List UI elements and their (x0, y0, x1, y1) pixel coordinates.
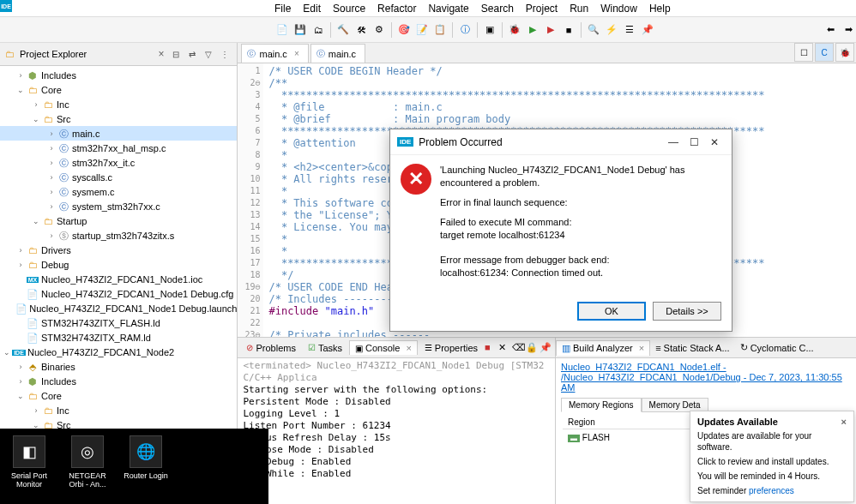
menu-edit[interactable]: Edit (303, 3, 321, 15)
editor-tab-main2[interactable]: ⓒmain.c (310, 44, 365, 63)
close-icon[interactable]: × (158, 48, 164, 60)
search-icon[interactable]: 🔍 (586, 22, 601, 38)
run-icon[interactable]: ▶ (525, 22, 540, 38)
debug-path-link[interactable]: /Nucleo_H743ZI2_FDCAN1_Node1/Debug - Dec… (561, 372, 851, 393)
menu-file[interactable]: File (274, 3, 291, 15)
tree-ioc[interactable]: Nucleo_H743ZI2_FDCAN1_Node1.ioc (39, 273, 202, 286)
ext-run-icon[interactable]: ▶ (543, 22, 558, 38)
tree-src[interactable]: Src (55, 112, 71, 126)
tab-problems[interactable]: ⊘Problems (241, 341, 300, 355)
link-editor-icon[interactable]: ⇄ (185, 47, 199, 61)
pin-console-icon[interactable]: 📌 (540, 342, 552, 353)
save-all-icon[interactable]: 🗂 (310, 22, 326, 38)
close-icon[interactable]: ✕ (704, 136, 725, 148)
menu-help[interactable]: Help (649, 3, 671, 15)
menu-search[interactable]: Search (481, 3, 514, 15)
tree-startup-s[interactable]: startup_stm32h743zitx.s (70, 229, 174, 243)
tree-startup[interactable]: Startup (55, 214, 87, 228)
tree-core[interactable]: Core (39, 83, 62, 97)
tree-debug-cfg[interactable]: Nucleo_H743ZI2_FDCAN1_Node1 Debug.cfg (39, 287, 233, 301)
tree-includes2[interactable]: Includes (39, 375, 76, 388)
chip-config-icon[interactable]: ⚙ (371, 22, 387, 38)
outline-icon[interactable]: ☰ (622, 22, 637, 38)
build-icon[interactable]: 🔨 (335, 22, 351, 38)
close-tab-icon[interactable]: × (294, 49, 299, 58)
tree-system[interactable]: system_stm32h7xx.c (70, 200, 160, 213)
terminate-icon[interactable]: ■ (485, 342, 497, 353)
tree-debug[interactable]: Debug (39, 258, 69, 272)
tab-build-analyzer[interactable]: ▥Build Analyzer× (556, 340, 650, 356)
editor-tab-main1[interactable]: ⓒmain.c× (241, 44, 308, 63)
tree-node2[interactable]: Nucleo_H743ZI2_FDCAN1_Node2 (26, 345, 174, 359)
debug-icon[interactable]: 🐞 (507, 22, 522, 38)
save-icon[interactable]: 💾 (292, 22, 308, 38)
close-icon[interactable]: × (406, 343, 411, 353)
menu-run[interactable]: Run (570, 3, 588, 15)
clear-icon[interactable]: ⌫ (512, 342, 524, 353)
error-icon: ✕ (401, 164, 431, 195)
remove-icon[interactable]: ✕ (498, 342, 510, 353)
maximize-icon[interactable]: ☐ (684, 136, 704, 148)
project-tree[interactable]: ›⬢Includes ⌄🗀Core ›🗀Inc ⌄🗀Src ›ⓒmain.c ›… (0, 66, 237, 477)
tab-memory-regions[interactable]: Memory Regions (561, 398, 642, 412)
tree-it-c[interactable]: stm32h7xx_it.c (70, 156, 135, 170)
tree-core2[interactable]: Core (39, 389, 62, 403)
target-icon[interactable]: 🎯 (396, 22, 412, 38)
c-file-icon: ⓒ (247, 48, 256, 60)
filter-icon[interactable]: ▽ (202, 47, 215, 61)
pin-icon[interactable]: 📌 (640, 22, 655, 38)
tree-binaries[interactable]: Binaries (39, 360, 75, 374)
menu-navigate[interactable]: Navigate (428, 3, 468, 15)
close-icon[interactable]: × (639, 343, 644, 353)
menu-refactor[interactable]: Refactor (377, 3, 416, 15)
dialog-titlebar[interactable]: IDE Problem Occurred — ☐ ✕ (390, 129, 732, 155)
close-icon[interactable]: × (841, 417, 847, 427)
build-all-icon[interactable]: 🛠 (353, 22, 369, 38)
taskbar-router[interactable]: 🌐 Router Login (120, 435, 172, 480)
new-icon[interactable]: 📄 (274, 22, 290, 38)
wand-icon[interactable]: ⚡ (604, 22, 619, 38)
tree-inc2[interactable]: Inc (55, 404, 69, 417)
tree-ram-ld[interactable]: STM32H743ZITX_RAM.ld (39, 331, 151, 345)
stop-icon[interactable]: ■ (561, 22, 576, 38)
tree-syscalls[interactable]: syscalls.c (70, 171, 112, 184)
tab-console[interactable]: ▣Console× (349, 340, 418, 355)
tree-sysmem[interactable]: sysmem.c (70, 185, 115, 199)
preferences-link[interactable]: preferences (749, 486, 794, 495)
elf-link[interactable]: Nucleo_H743ZI2_FDCAN1_Node1.elf - (561, 362, 851, 372)
scroll-lock-icon[interactable]: 🔒 (526, 342, 538, 353)
tree-main-c[interactable]: main.c (70, 127, 99, 141)
open-perspective-icon[interactable]: ☐ (794, 43, 813, 62)
serial-port-icon: ◧ (13, 435, 45, 468)
tree-hal-msp[interactable]: stm32h7xx_hal_msp.c (70, 141, 166, 155)
taskbar-netgear[interactable]: ◎ NETGEAR Orbi - An... (62, 435, 113, 489)
tab-static-stack[interactable]: ≡Static Stack A... (650, 341, 734, 355)
collapse-all-icon[interactable]: ⊟ (169, 47, 183, 61)
terminal-icon[interactable]: ▣ (482, 22, 497, 38)
tree-drivers[interactable]: Drivers (39, 243, 71, 257)
taskbar-serial-port[interactable]: ◧ Serial Port Monitor (3, 435, 55, 489)
tree-flash-ld[interactable]: STM32H743ZITX_FLASH.ld (39, 316, 160, 330)
tree-debug-launch[interactable]: Nucleo_H743ZI2_FDCAN1_Node1 Debug.launch (27, 302, 237, 315)
back-icon[interactable]: ⬅ (823, 22, 838, 38)
c-perspective-icon[interactable]: C (815, 43, 834, 62)
col-region[interactable]: Region (563, 416, 698, 429)
details-button[interactable]: Details >> (653, 302, 721, 321)
menu-project[interactable]: Project (526, 3, 558, 15)
tree-inc[interactable]: Inc (55, 98, 69, 111)
console-output[interactable]: <terminated> Nucleo_H743ZI2_FDCAN1_Node1… (238, 358, 555, 504)
tab-tasks[interactable]: ☑Tasks (303, 341, 347, 355)
tab-cyclomatic[interactable]: ↻Cyclomatic C... (735, 340, 819, 355)
menu-source[interactable]: Source (333, 3, 365, 15)
ok-button[interactable]: OK (577, 302, 646, 321)
new-config-icon[interactable]: 📋 (432, 22, 448, 38)
view-menu-icon[interactable]: ⋮ (218, 47, 232, 61)
forward-icon[interactable]: ➡ (841, 22, 856, 38)
menu-window[interactable]: Window (600, 3, 637, 15)
debug-perspective-icon[interactable]: 🐞 (835, 43, 854, 62)
info-icon[interactable]: ⓘ (457, 22, 473, 38)
new-file-icon[interactable]: 📝 (414, 22, 430, 38)
minimize-icon[interactable]: — (663, 136, 684, 148)
tab-properties[interactable]: ☰Properties (419, 341, 483, 355)
tree-includes[interactable]: Includes (39, 69, 76, 82)
